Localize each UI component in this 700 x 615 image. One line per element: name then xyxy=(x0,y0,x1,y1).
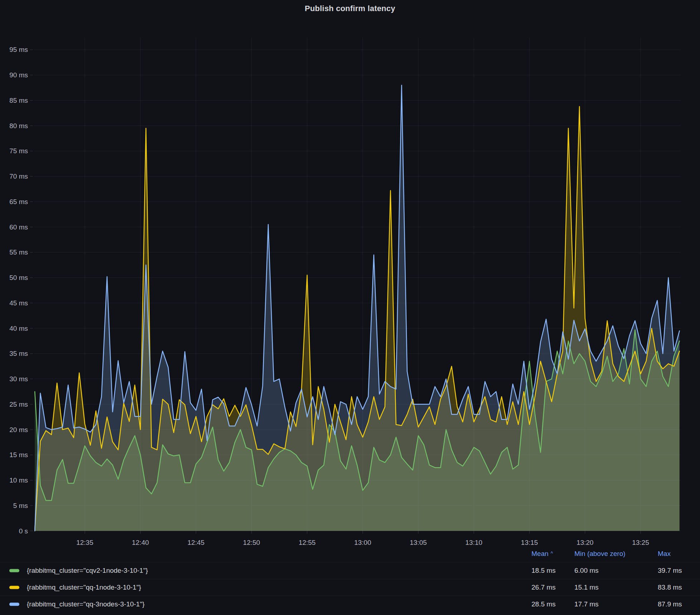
legend-header-max[interactable]: Max xyxy=(658,550,671,558)
legend-header-mean-label: Mean xyxy=(531,550,549,557)
legend-series-swatch[interactable] xyxy=(9,586,19,589)
y-axis-label: 80 ms xyxy=(9,122,28,130)
sort-asc-icon: ^ xyxy=(551,551,553,556)
legend-row: {rabbitmq_cluster="qq-3nodes-3-10-1"}28.… xyxy=(0,596,700,612)
legend-header-row: Mean^ Min (above zero) Max xyxy=(0,546,700,562)
x-axis-label: 12:50 xyxy=(243,539,260,546)
x-axis-label: 12:45 xyxy=(188,539,205,546)
x-axis-label: 13:25 xyxy=(632,539,649,546)
legend-stat-min: 17.7 ms xyxy=(574,600,599,608)
x-axis-label: 13:20 xyxy=(577,539,594,546)
latency-chart: 0 s5 ms10 ms15 ms20 ms25 ms30 ms35 ms40 … xyxy=(0,0,700,546)
y-axis-label: 95 ms xyxy=(9,46,28,53)
legend-row: {rabbitmq_cluster="qq-1node-3-10-1"}26.7… xyxy=(0,579,700,596)
y-axis-label: 0 s xyxy=(19,527,28,535)
chart-plot-area[interactable] xyxy=(34,38,681,531)
x-axis-label: 13:15 xyxy=(521,539,538,546)
x-axis-label: 13:00 xyxy=(354,539,371,546)
y-axis-label: 10 ms xyxy=(9,476,28,484)
y-axis-label: 60 ms xyxy=(9,223,28,231)
y-axis-label: 55 ms xyxy=(9,248,28,256)
x-axis-label: 12:35 xyxy=(76,539,93,546)
legend-series-label[interactable]: {rabbitmq_cluster="qq-3nodes-3-10-1"} xyxy=(27,600,145,608)
y-axis-label: 35 ms xyxy=(9,350,28,357)
y-axis-label: 45 ms xyxy=(9,299,28,307)
timeseries-panel: Publish confirm latency 0 s5 ms10 ms15 m… xyxy=(0,0,700,615)
legend-stat-mean: 18.5 ms xyxy=(531,567,556,575)
x-axis-label: 12:55 xyxy=(298,539,316,546)
y-axis-label: 65 ms xyxy=(9,198,28,205)
legend-stat-max: 83.8 ms xyxy=(658,583,682,591)
y-axis-label: 90 ms xyxy=(9,71,28,79)
legend-series-swatch[interactable] xyxy=(9,569,19,572)
x-axis-label: 13:05 xyxy=(410,539,427,546)
y-axis-label: 50 ms xyxy=(9,274,28,281)
x-axis-label: 13:10 xyxy=(465,539,482,546)
y-axis-label: 25 ms xyxy=(9,401,28,408)
legend-stat-mean: 26.7 ms xyxy=(531,583,556,591)
legend-series-label[interactable]: {rabbitmq_cluster="qq-1node-3-10-1"} xyxy=(27,583,141,591)
legend-stat-min: 6.00 ms xyxy=(574,567,599,575)
legend-header-min[interactable]: Min (above zero) xyxy=(574,550,626,558)
y-axis-label: 75 ms xyxy=(9,147,28,155)
y-axis-label: 20 ms xyxy=(9,426,28,434)
legend-header-mean[interactable]: Mean^ xyxy=(531,550,553,558)
legend-table: Mean^ Min (above zero) Max {rabbitmq_clu… xyxy=(0,546,700,612)
legend-row: {rabbitmq_cluster="cqv2-1node-3-10-1"}18… xyxy=(0,562,700,579)
legend-stat-max: 87.9 ms xyxy=(658,600,682,608)
legend-stat-max: 39.7 ms xyxy=(658,567,682,575)
legend-stat-mean: 28.5 ms xyxy=(531,600,556,608)
y-axis-label: 5 ms xyxy=(13,502,28,509)
legend-series-label[interactable]: {rabbitmq_cluster="cqv2-1node-3-10-1"} xyxy=(27,567,148,575)
y-axis-label: 40 ms xyxy=(9,325,28,332)
y-axis-label: 15 ms xyxy=(9,451,28,459)
y-axis-label: 70 ms xyxy=(9,173,28,180)
legend-series-swatch[interactable] xyxy=(9,603,19,606)
y-axis-label: 30 ms xyxy=(9,375,28,383)
y-axis-label: 85 ms xyxy=(9,97,28,104)
x-axis-label: 12:40 xyxy=(132,539,149,546)
legend-stat-min: 15.1 ms xyxy=(574,583,599,591)
